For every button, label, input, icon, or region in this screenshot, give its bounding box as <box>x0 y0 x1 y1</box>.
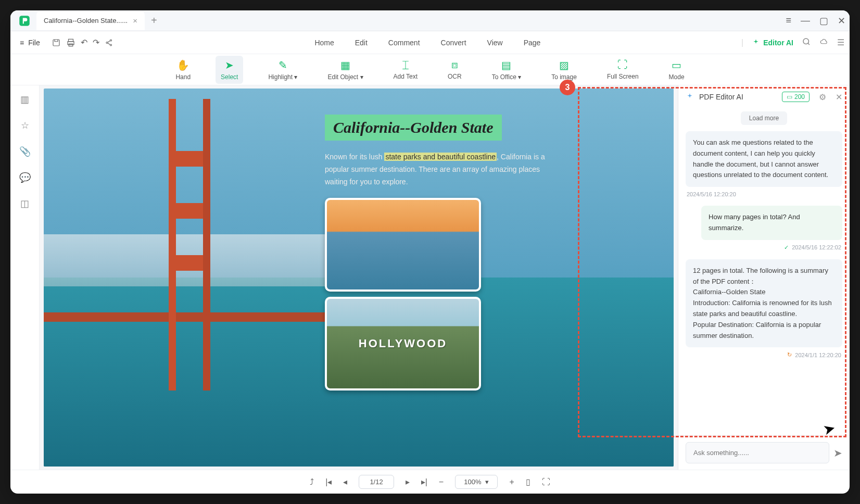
share-icon[interactable] <box>105 37 114 47</box>
load-more-button[interactable]: Load more <box>741 111 787 125</box>
tool-ocr[interactable]: ⧈OCR <box>442 56 467 83</box>
timestamp-1: 2024/5/16 12:20:20 <box>687 191 841 197</box>
hollywood-image[interactable]: HOLLYWOOD <box>325 297 481 390</box>
document-tab[interactable]: California--Golden State...... × <box>36 11 145 30</box>
menu-convert[interactable]: Convert <box>441 39 466 47</box>
hand-icon: ✋ <box>176 59 189 71</box>
quick-actions: ↶ ↷ <box>52 37 114 47</box>
search-icon[interactable] <box>802 37 811 48</box>
settings-icon[interactable]: ☰ <box>837 37 844 47</box>
ai-close-icon[interactable]: ✕ <box>836 92 842 102</box>
chat-area: You can ask me questions related to the … <box>678 131 850 435</box>
menu-page[interactable]: Page <box>524 39 541 47</box>
menu-icon: ≡ <box>20 39 24 47</box>
editor-ai-label: Editor AI <box>763 39 793 47</box>
maximize-icon[interactable]: ▢ <box>819 15 828 27</box>
save-icon[interactable] <box>52 37 61 47</box>
new-tab-button[interactable]: + <box>151 15 157 27</box>
next-page-icon[interactable]: ▸ <box>406 477 410 487</box>
prev-page-icon[interactable]: ◂ <box>343 477 347 487</box>
tool-mode[interactable]: ▭Mode <box>664 56 690 84</box>
tool-add-text-label: Add Text <box>394 73 418 80</box>
layers-icon[interactable]: ◫ <box>20 198 29 209</box>
document-canvas[interactable]: California--Golden State Known for its l… <box>40 85 678 470</box>
last-page-icon[interactable]: ▸| <box>421 477 427 487</box>
document-paragraph[interactable]: Known for its lush state parks and beaut… <box>325 151 554 188</box>
document-title[interactable]: California--Golden State <box>325 115 502 141</box>
menu-edit[interactable]: Edit <box>355 39 368 47</box>
body: ▥ ☆ 📎 💬 ◫ California--Golden State <box>10 85 850 470</box>
tool-highlight[interactable]: ✎Highlight ▾ <box>263 56 302 84</box>
toolbar: ✋Hand ➤Select ✎Highlight ▾ ▦Edit Object … <box>10 54 850 85</box>
summary-line-3: Introduction: California is renowned for… <box>693 298 835 320</box>
summary-line-1: 12 pages in total. The following is a su… <box>693 266 835 287</box>
first-page-icon[interactable]: |◂ <box>325 477 332 487</box>
file-menu[interactable]: ≡ File <box>16 35 44 50</box>
window-controls: ≡ — ▢ ✕ <box>786 15 845 27</box>
svg-point-7 <box>110 44 111 46</box>
beach-image[interactable] <box>325 198 481 292</box>
svg-rect-4 <box>69 44 73 46</box>
tool-mode-label: Mode <box>669 73 685 81</box>
page-indicator[interactable]: 1/12 <box>359 475 394 489</box>
to-office-icon: ▤ <box>501 59 511 71</box>
tool-full-screen-label: Full Screen <box>607 73 639 80</box>
zoom-in-icon[interactable]: + <box>509 477 514 487</box>
zoom-selector[interactable]: 100%▾ <box>455 475 498 489</box>
ai-credits-badge[interactable]: ▭ 200 <box>782 92 810 102</box>
fit-width-icon[interactable]: ⛶ <box>542 477 550 487</box>
zoom-out-icon[interactable]: − <box>439 477 444 487</box>
menubar: ≡ File ↶ ↷ Home Edit Comment Convert Vie… <box>10 31 850 54</box>
ai-panel-title: PDF Editor AI <box>699 93 743 101</box>
user-message: How many pages in total? And summarize. <box>701 206 842 240</box>
send-icon[interactable]: ➤ <box>833 447 842 459</box>
ai-input-field[interactable] <box>686 442 829 463</box>
svg-rect-2 <box>68 39 73 42</box>
close-window-icon[interactable]: ✕ <box>838 15 845 27</box>
tool-select[interactable]: ➤Select <box>216 56 243 84</box>
ai-message-1: You can ask me questions related to the … <box>686 131 842 187</box>
tool-ocr-label: OCR <box>448 73 462 80</box>
redo-icon[interactable]: ↷ <box>93 37 99 47</box>
tool-hand-label: Hand <box>175 73 191 81</box>
ai-input-bar: ➤ <box>678 435 850 470</box>
tool-add-text[interactable]: ⌶Add Text <box>388 56 423 83</box>
cloud-icon[interactable] <box>819 37 829 48</box>
editor-ai-button[interactable]: Editor AI <box>752 39 793 47</box>
close-tab-icon[interactable]: × <box>133 16 137 25</box>
menu-home[interactable]: Home <box>314 39 334 47</box>
bookmark-icon[interactable]: ☆ <box>21 120 29 131</box>
tab-title: California--Golden State...... <box>44 17 128 24</box>
app-logo <box>15 11 34 31</box>
hollywood-sign-text: HOLLYWOOD <box>359 337 447 350</box>
menu-comment[interactable]: Comment <box>388 39 420 47</box>
tool-to-image[interactable]: ▨To image <box>546 56 582 84</box>
tool-hand[interactable]: ✋Hand <box>170 56 196 84</box>
ocr-icon: ⧈ <box>451 59 458 71</box>
scroll-top-icon[interactable]: ⤴ <box>310 477 314 487</box>
tool-full-screen[interactable]: ⛶Full Screen <box>602 56 644 83</box>
svg-rect-1 <box>53 40 59 46</box>
ai-settings-icon[interactable]: ⚙ <box>819 92 826 102</box>
zoom-value: 100% <box>464 478 481 486</box>
tool-edit-object[interactable]: ▦Edit Object ▾ <box>322 56 368 84</box>
highlight-icon: ✎ <box>279 59 287 71</box>
ai-message-2: 12 pages in total. The following is a su… <box>686 259 842 348</box>
minimize-icon[interactable]: — <box>801 15 810 26</box>
undo-icon[interactable]: ↶ <box>81 37 87 47</box>
menu-view[interactable]: View <box>487 39 503 47</box>
tool-to-office[interactable]: ▤To Office ▾ <box>487 56 526 84</box>
timestamp-3: ↻2024/1/1 12:20:20 <box>787 351 841 358</box>
single-page-icon[interactable]: ▯ <box>526 477 530 487</box>
comment-panel-icon[interactable]: 💬 <box>19 172 31 183</box>
callout-badge: 3 <box>560 80 575 95</box>
to-image-icon: ▨ <box>559 59 569 71</box>
menu-items: Home Edit Comment Convert View Page <box>314 39 540 47</box>
hamburger-icon[interactable]: ≡ <box>786 15 791 26</box>
attachment-icon[interactable]: 📎 <box>19 146 31 157</box>
tool-to-office-label: To Office ▾ <box>492 73 521 81</box>
statusbar: ⤴ |◂ ◂ 1/12 ▸ ▸| − 100%▾ + ▯ ⛶ <box>10 470 850 494</box>
print-icon[interactable] <box>66 37 75 47</box>
retry-icon[interactable]: ↻ <box>787 351 792 358</box>
thumbnails-icon[interactable]: ▥ <box>20 94 29 105</box>
